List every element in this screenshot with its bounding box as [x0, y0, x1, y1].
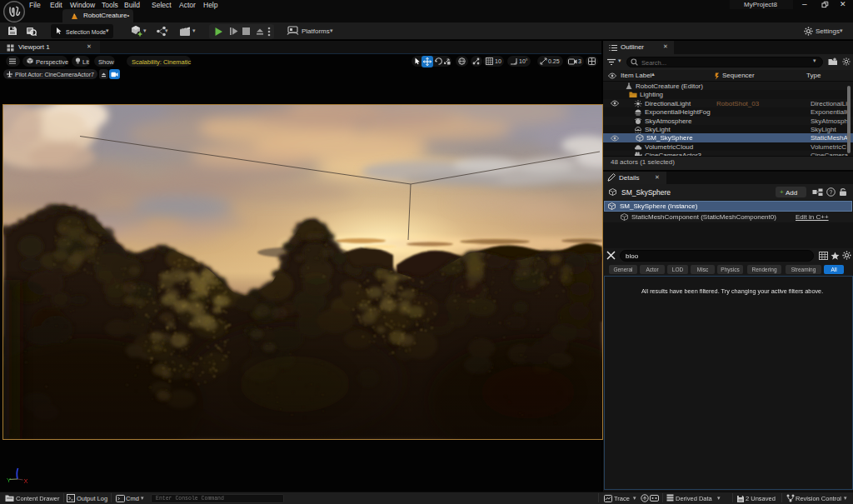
svg-text:?: ? [829, 189, 832, 195]
svg-text:X: X [24, 477, 28, 485]
svg-text:Y: Y [7, 477, 11, 484]
